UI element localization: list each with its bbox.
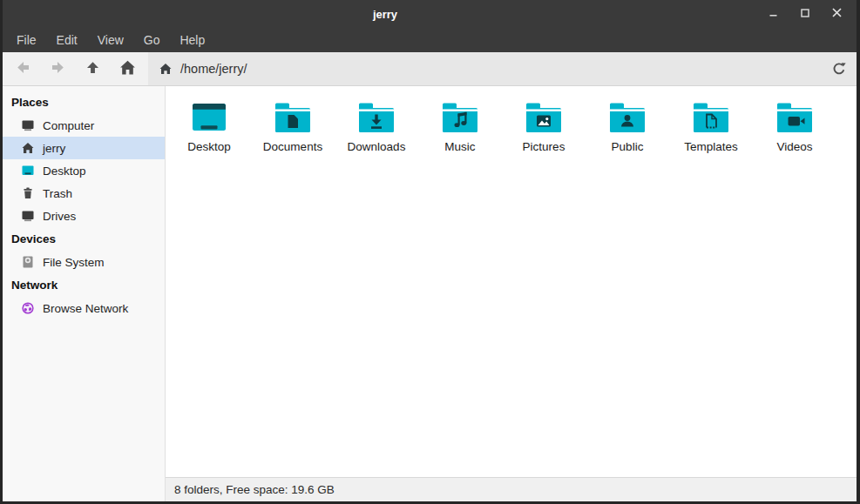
filesystem-icon (21, 255, 35, 269)
sidebar-item-label: Trash (43, 187, 72, 200)
nav-buttons (3, 52, 138, 85)
sidebar-item-label: Computer (43, 119, 94, 132)
up-arrow-icon (84, 58, 102, 80)
toolbar: /home/jerry/ (3, 52, 857, 86)
statusbar: 8 folders, Free space: 19.6 GB (166, 477, 857, 501)
file-label: Documents (263, 140, 322, 153)
sidebar-section-places: Places (3, 91, 165, 114)
sidebar-section-network: Network (3, 273, 165, 297)
forward-button[interactable] (48, 59, 68, 79)
pictures-folder-icon (525, 101, 563, 134)
file-item-downloads[interactable]: Downloads (335, 99, 418, 153)
close-icon (831, 6, 843, 22)
sidebar-item-browse-network[interactable]: Browse Network (3, 297, 165, 319)
public-folder-icon (608, 101, 647, 134)
back-button[interactable] (13, 59, 33, 79)
main-pane: DesktopDocumentsDownloadsMusicPicturesPu… (166, 86, 857, 501)
window-title: jerry (373, 8, 397, 21)
sidebar-item-trash[interactable]: Trash (3, 182, 165, 205)
file-label: Downloads (348, 140, 406, 153)
file-item-documents[interactable]: Documents (251, 99, 335, 153)
window-controls (768, 8, 857, 20)
downloads-folder-icon (357, 101, 396, 134)
network-icon (21, 301, 35, 315)
sidebar-item-label: jerry (43, 142, 65, 155)
documents-folder-icon (274, 101, 312, 134)
status-text: 8 folders, Free space: 19.6 GB (174, 483, 335, 496)
file-label: Templates (684, 140, 738, 153)
file-grid: DesktopDocumentsDownloadsMusicPicturesPu… (166, 86, 857, 477)
close-button[interactable] (830, 8, 843, 20)
menu-help[interactable]: Help (177, 31, 207, 49)
sidebar-item-drives[interactable]: Drives (3, 205, 165, 227)
sidebar-item-label: Drives (43, 210, 76, 223)
maximize-icon (800, 6, 810, 22)
file-item-videos[interactable]: Videos (753, 99, 836, 153)
trash-icon (21, 186, 35, 200)
file-label: Music (444, 140, 475, 153)
maximize-button[interactable] (799, 8, 811, 20)
file-manager-window: jerry FileEditViewGoHelp /home/jerry/ Pl… (0, 0, 860, 504)
templates-folder-icon (692, 101, 730, 134)
menubar: FileEditViewGoHelp (3, 28, 857, 52)
back-arrow-icon (14, 58, 32, 80)
home-icon (119, 58, 137, 80)
up-button[interactable] (83, 59, 103, 79)
computer-icon (21, 118, 35, 132)
menu-go[interactable]: Go (141, 31, 163, 49)
drives-icon (21, 209, 35, 223)
menu-edit[interactable]: Edit (54, 31, 80, 49)
home-icon (21, 141, 35, 155)
home-button[interactable] (118, 59, 138, 79)
videos-folder-icon (775, 101, 814, 134)
sidebar-item-label: Browse Network (43, 302, 128, 315)
minimize-icon (769, 6, 779, 22)
reload-button[interactable] (822, 60, 857, 77)
sidebar: PlacesComputerjerryDesktopTrashDrivesDev… (3, 86, 166, 501)
sidebar-item-label: File System (43, 256, 105, 269)
menu-view[interactable]: View (95, 31, 126, 49)
sidebar-item-computer[interactable]: Computer (3, 114, 165, 137)
sidebar-item-jerry[interactable]: jerry (3, 137, 165, 159)
file-label: Public (612, 140, 644, 153)
music-folder-icon (441, 101, 479, 134)
desktop-special-folder-icon (190, 101, 228, 134)
file-label: Pictures (523, 140, 565, 153)
file-item-templates[interactable]: Templates (669, 99, 753, 153)
file-item-public[interactable]: Public (586, 99, 669, 153)
file-item-pictures[interactable]: Pictures (502, 99, 586, 153)
file-item-music[interactable]: Music (418, 99, 502, 153)
sidebar-item-desktop[interactable]: Desktop (3, 159, 165, 182)
title-area: jerry (3, 6, 768, 22)
titlebar: jerry (3, 0, 857, 28)
path-home-icon (159, 62, 173, 76)
sidebar-item-file-system[interactable]: File System (3, 251, 165, 273)
app-body: PlacesComputerjerryDesktopTrashDrivesDev… (3, 86, 857, 501)
path-text: /home/jerry/ (180, 62, 247, 76)
file-label: Videos (776, 140, 812, 153)
sidebar-section-devices: Devices (3, 227, 165, 251)
sidebar-item-label: Desktop (43, 165, 86, 178)
forward-arrow-icon (49, 58, 67, 80)
pathbar[interactable]: /home/jerry/ (148, 52, 857, 85)
desktop-icon (21, 164, 35, 178)
menu-file[interactable]: File (14, 31, 39, 49)
minimize-button[interactable] (768, 8, 780, 20)
file-item-desktop[interactable]: Desktop (167, 99, 251, 153)
file-label: Desktop (187, 140, 231, 153)
